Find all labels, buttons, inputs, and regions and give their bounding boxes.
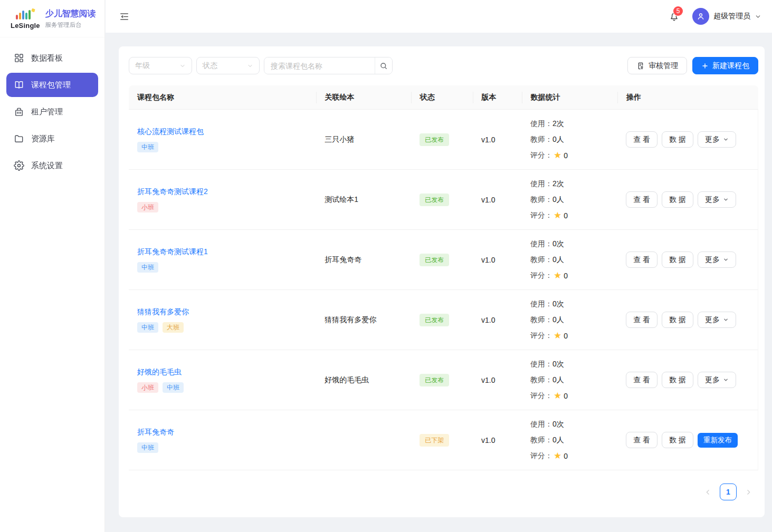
column-header-actions: 操作 bbox=[618, 93, 758, 102]
book-name: 好饿的毛毛虫 bbox=[316, 375, 411, 385]
more-button[interactable]: 更多 bbox=[698, 312, 736, 328]
logo: LeSingle 少儿智慧阅读 服务管理后台 bbox=[0, 0, 104, 37]
view-button[interactable]: 查 看 bbox=[626, 432, 657, 448]
usage-stat: 使用：2次 bbox=[530, 116, 617, 132]
table-header: 课程包名称 关联绘本 状态 版本 数据统计 操作 bbox=[129, 85, 758, 110]
teacher-stat: 教师：0人 bbox=[530, 312, 617, 328]
usage-stat: 使用：0次 bbox=[530, 356, 617, 372]
table-row: 折耳兔奇奇 中班 已下架 v1.0 使用：0次 教师：0人 评分： ★ 0 查 … bbox=[129, 410, 758, 470]
star-icon: ★ bbox=[554, 151, 561, 160]
package-name-link[interactable]: 折耳兔奇奇 bbox=[137, 428, 174, 437]
audit-icon bbox=[636, 62, 645, 70]
status-badge: 已下架 bbox=[420, 434, 449, 447]
next-page-button[interactable] bbox=[745, 489, 752, 496]
view-button[interactable]: 查 看 bbox=[626, 131, 657, 148]
table-row: 核心流程测试课程包 中班 三只小猪 已发布 v1.0 使用：2次 教师：0人 评… bbox=[129, 110, 758, 170]
grade-select[interactable]: 年级 bbox=[129, 57, 192, 74]
grade-tag: 中班 bbox=[137, 322, 158, 333]
package-name-link[interactable]: 折耳兔奇奇测试课程2 bbox=[137, 187, 208, 197]
user-name[interactable]: 超级管理员 bbox=[713, 12, 750, 21]
usage-stat: 使用：0次 bbox=[530, 296, 617, 312]
course-package-table: 课程包名称 关联绘本 状态 版本 数据统计 操作 核心流程测试课程包 中班 三只… bbox=[129, 85, 758, 470]
grade-tags: 中班 bbox=[137, 442, 158, 453]
book-name: 猜猜我有多爱你 bbox=[316, 315, 411, 325]
rating-stat: 评分： ★ 0 bbox=[530, 448, 617, 464]
review-manage-button[interactable]: 审核管理 bbox=[627, 57, 687, 74]
data-button[interactable]: 数 据 bbox=[662, 312, 693, 328]
grade-select-placeholder: 年级 bbox=[135, 61, 150, 71]
grade-tag: 中班 bbox=[137, 442, 158, 453]
package-name-link[interactable]: 猜猜我有多爱你 bbox=[137, 307, 189, 317]
main-content: 年级 状态 bbox=[106, 33, 772, 532]
package-name-link[interactable]: 核心流程测试课程包 bbox=[137, 127, 204, 137]
avatar[interactable] bbox=[692, 8, 709, 25]
data-button[interactable]: 数 据 bbox=[662, 191, 693, 208]
grade-tags: 中班大班 bbox=[137, 322, 184, 333]
version-text: v1.0 bbox=[473, 136, 522, 144]
data-button[interactable]: 数 据 bbox=[662, 432, 693, 448]
menu-fold-icon[interactable] bbox=[119, 12, 129, 22]
chevron-down-icon bbox=[723, 137, 729, 142]
chevron-down-icon bbox=[723, 257, 729, 263]
sidebar-item-course-package[interactable]: 课程包管理 bbox=[6, 73, 98, 97]
data-button[interactable]: 数 据 bbox=[662, 252, 693, 268]
page-1-button[interactable]: 1 bbox=[720, 483, 737, 500]
column-header-stats: 数据统计 bbox=[522, 93, 618, 102]
chevron-down-icon bbox=[247, 63, 253, 69]
search-button[interactable] bbox=[375, 57, 392, 74]
more-button[interactable]: 更多 bbox=[698, 252, 736, 268]
more-button[interactable]: 更多 bbox=[698, 131, 736, 148]
status-badge: 已发布 bbox=[420, 374, 449, 386]
sidebar-item-settings[interactable]: 系统设置 bbox=[6, 153, 98, 178]
teacher-stat: 教师：0人 bbox=[530, 132, 617, 148]
view-button[interactable]: 查 看 bbox=[626, 312, 657, 328]
book-name: 三只小猪 bbox=[316, 135, 411, 144]
create-package-button[interactable]: 新建课程包 bbox=[692, 57, 758, 74]
view-button[interactable]: 查 看 bbox=[626, 252, 657, 268]
data-button[interactable]: 数 据 bbox=[662, 372, 693, 388]
view-button[interactable]: 查 看 bbox=[626, 372, 657, 388]
more-button[interactable]: 更多 bbox=[698, 191, 736, 208]
star-icon: ★ bbox=[554, 331, 561, 340]
grade-tag: 大班 bbox=[163, 322, 184, 333]
star-icon: ★ bbox=[554, 391, 561, 400]
sidebar-menu: 数据看板课程包管理租户管理资源库系统设置 bbox=[0, 37, 104, 178]
usage-stat: 使用：0次 bbox=[530, 417, 617, 432]
version-text: v1.0 bbox=[473, 256, 522, 264]
notification-bell-icon[interactable]: 5 bbox=[669, 11, 680, 22]
star-icon: ★ bbox=[554, 451, 561, 460]
course-package-card: 年级 状态 bbox=[119, 46, 765, 517]
more-button[interactable]: 更多 bbox=[698, 372, 736, 388]
prev-page-button[interactable] bbox=[704, 489, 711, 496]
sidebar-item-resource[interactable]: 资源库 bbox=[6, 127, 98, 151]
table-row: 折耳兔奇奇测试课程2 小班 测试绘本1 已发布 v1.0 使用：2次 教师：0人… bbox=[129, 170, 758, 230]
chevron-down-icon bbox=[723, 317, 729, 323]
grade-tag: 中班 bbox=[137, 262, 158, 273]
status-badge: 已发布 bbox=[420, 314, 449, 326]
grade-tag: 中班 bbox=[137, 142, 158, 152]
status-select[interactable]: 状态 bbox=[196, 57, 260, 74]
package-name-link[interactable]: 折耳兔奇奇测试课程1 bbox=[137, 247, 208, 257]
status-badge: 已发布 bbox=[420, 254, 449, 266]
star-icon: ★ bbox=[554, 271, 561, 280]
rating-stat: 评分： ★ 0 bbox=[530, 208, 617, 224]
sidebar-item-tenant[interactable]: 租户管理 bbox=[6, 100, 98, 124]
usage-stat: 使用：0次 bbox=[530, 236, 617, 252]
open-book-icon bbox=[14, 80, 24, 90]
table-row: 猜猜我有多爱你 中班大班 猜猜我有多爱你 已发布 v1.0 使用：0次 教师：0… bbox=[129, 290, 758, 350]
chevron-down-icon[interactable] bbox=[755, 13, 761, 20]
grade-tag: 中班 bbox=[163, 382, 184, 393]
data-button[interactable]: 数 据 bbox=[662, 131, 693, 148]
sidebar-item-dashboard[interactable]: 数据看板 bbox=[6, 46, 98, 70]
package-name-link[interactable]: 好饿的毛毛虫 bbox=[137, 367, 182, 377]
view-button[interactable]: 查 看 bbox=[626, 191, 657, 208]
republish-button[interactable]: 重新发布 bbox=[698, 433, 738, 448]
status-badge: 已发布 bbox=[420, 133, 449, 146]
notification-badge: 5 bbox=[673, 6, 683, 16]
teacher-stat: 教师：0人 bbox=[530, 252, 617, 268]
pagination: 1 bbox=[129, 483, 758, 500]
app-title: 少儿智慧阅读 bbox=[45, 8, 96, 20]
search-box bbox=[264, 57, 393, 74]
search-input[interactable] bbox=[264, 57, 375, 74]
sidebar: LeSingle 少儿智慧阅读 服务管理后台 数据看板课程包管理租户管理资源库系… bbox=[0, 0, 105, 532]
